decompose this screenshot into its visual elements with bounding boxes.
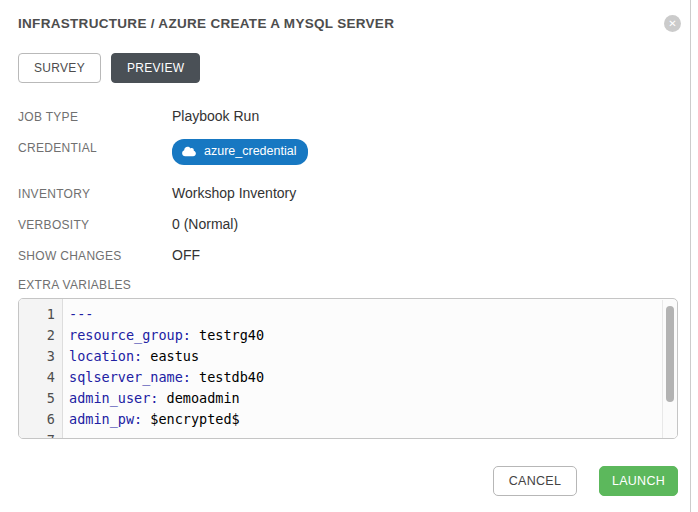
line-number: 4 — [19, 367, 55, 388]
job-type-value: Playbook Run — [172, 108, 259, 125]
modal-tabs: SURVEY PREVIEW — [18, 53, 678, 83]
detail-row-credential: CREDENTIAL azure_credential — [18, 139, 678, 165]
credential-badge-label: azure_credential — [204, 143, 296, 160]
extra-variables-section: EXTRA VARIABLES 1 2 3 4 5 6 7 --- resour… — [18, 278, 678, 439]
editor-code-area[interactable]: --- resource_group: testrg40 location: e… — [63, 299, 677, 438]
detail-row-inventory: INVENTORY Workshop Inventory — [18, 185, 678, 202]
inventory-label: INVENTORY — [18, 185, 172, 201]
code-line: resource_group: testrg40 — [69, 325, 677, 346]
cloud-icon — [182, 146, 196, 157]
tab-preview[interactable]: PREVIEW — [111, 53, 200, 83]
line-number: 7 — [19, 430, 55, 439]
editor-scrollbar-track[interactable] — [662, 300, 677, 439]
code-line: location: eastus — [69, 346, 677, 367]
verbosity-label: VERBOSITY — [18, 216, 172, 232]
code-line: --- — [69, 304, 677, 325]
line-number: 6 — [19, 409, 55, 430]
detail-row-show-changes: SHOW CHANGES OFF — [18, 247, 678, 264]
job-type-label: JOB TYPE — [18, 108, 172, 124]
launch-button[interactable]: LAUNCH — [599, 466, 678, 496]
line-number: 5 — [19, 388, 55, 409]
extra-variables-editor[interactable]: 1 2 3 4 5 6 7 --- resource_group: testrg… — [18, 298, 678, 439]
job-template-preview-modal: INFRASTRUCTURE / AZURE CREATE A MYSQL SE… — [0, 0, 698, 512]
tab-survey[interactable]: SURVEY — [18, 53, 101, 83]
detail-row-job-type: JOB TYPE Playbook Run — [18, 108, 678, 125]
verbosity-value: 0 (Normal) — [172, 216, 238, 233]
credential-label: CREDENTIAL — [18, 139, 172, 155]
code-line: admin_user: demoadmin — [69, 388, 677, 409]
detail-row-verbosity: VERBOSITY 0 (Normal) — [18, 216, 678, 233]
credential-badge[interactable]: azure_credential — [172, 139, 308, 165]
window-edge-divider — [690, 0, 691, 512]
inventory-value: Workshop Inventory — [172, 185, 296, 202]
cancel-button[interactable]: CANCEL — [493, 466, 577, 496]
line-number: 1 — [19, 304, 55, 325]
modal-header: INFRASTRUCTURE / AZURE CREATE A MYSQL SE… — [18, 14, 678, 34]
code-line: sqlserver_name: testdb40 — [69, 367, 677, 388]
show-changes-value: OFF — [172, 247, 200, 264]
close-icon[interactable]: ✕ — [664, 15, 681, 32]
editor-line-numbers: 1 2 3 4 5 6 7 — [19, 299, 63, 438]
job-details: JOB TYPE Playbook Run CREDENTIAL azure_c… — [18, 108, 678, 264]
line-number: 3 — [19, 346, 55, 367]
code-line: admin_pw: $encrypted$ — [69, 409, 677, 430]
code-line — [69, 430, 677, 439]
modal-title: INFRASTRUCTURE / AZURE CREATE A MYSQL SE… — [18, 14, 678, 34]
editor-scrollbar-thumb[interactable] — [666, 306, 674, 402]
show-changes-label: SHOW CHANGES — [18, 247, 172, 263]
extra-variables-label: EXTRA VARIABLES — [18, 278, 678, 292]
modal-footer: CANCEL LAUNCH — [18, 466, 678, 496]
line-number: 2 — [19, 325, 55, 346]
